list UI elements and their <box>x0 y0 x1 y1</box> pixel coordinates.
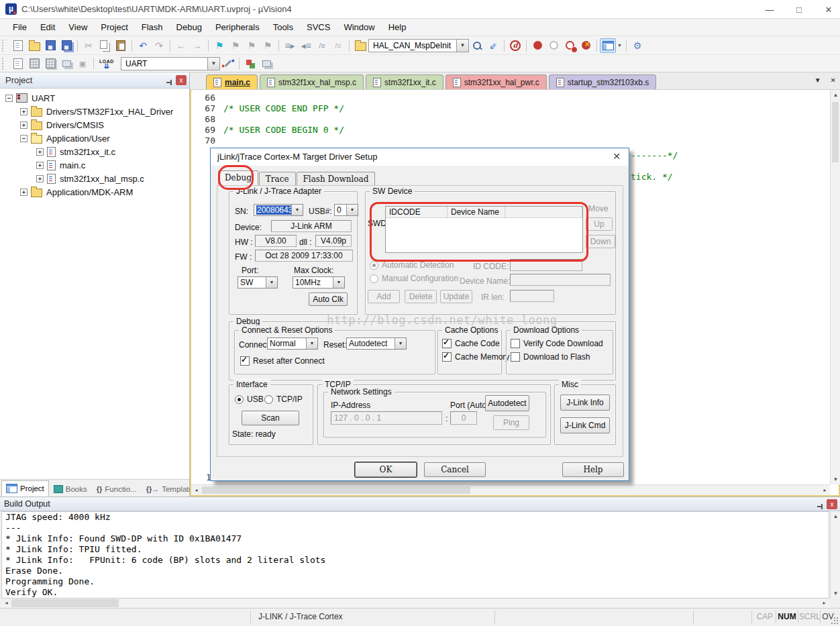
down-button[interactable]: Down <box>586 235 615 248</box>
tree-item-cmsis[interactable]: + Drivers/CMSIS <box>1 118 188 132</box>
automatic-detection-radio[interactable]: Automatic Detection <box>370 260 454 270</box>
port-combo[interactable]: SW ▼ <box>238 276 278 289</box>
tree-item-stm32f1xx-it[interactable]: + stm32f1xx_it.c <box>1 145 188 158</box>
menu-flash[interactable]: Flash <box>136 20 169 34</box>
translate-button[interactable] <box>10 56 26 71</box>
update-button[interactable]: Update <box>440 290 472 303</box>
usb-combo[interactable]: 0 ▼ <box>334 204 358 216</box>
cut-button[interactable]: ✂ <box>81 38 97 53</box>
empty-column-header[interactable] <box>505 207 582 218</box>
tree-item-hal-driver[interactable]: + Drivers/STM32F1xx_HAL_Driver <box>1 105 188 118</box>
scrollbar-thumb[interactable] <box>202 486 470 494</box>
toggle-bookmark-button[interactable]: ⚑ <box>211 38 227 53</box>
jlink-cmd-button[interactable]: J-Link Cmd <box>560 417 610 433</box>
connect-combo[interactable]: Normal ▼ <box>267 337 318 350</box>
menu-edit[interactable]: Edit <box>34 20 61 34</box>
tree-item-application-mdk-arm[interactable]: + Application/MDK-ARM <box>1 185 188 199</box>
verify-code-download-checkbox[interactable]: Verify Code Download <box>511 339 603 348</box>
pin-icon[interactable] <box>166 82 172 83</box>
sw-device-table[interactable]: IDCODE Device Name <box>385 206 583 253</box>
configure-find-button[interactable] <box>352 38 368 53</box>
reset-combo[interactable]: Autodetect ▼ <box>346 337 407 350</box>
save-button[interactable] <box>42 38 58 53</box>
scroll-up-icon[interactable]: ▲ <box>831 511 840 521</box>
pin-icon[interactable] <box>817 506 823 507</box>
tree-item-uart[interactable]: − UART <box>1 91 188 105</box>
build-output-log[interactable]: JTAG speed: 4000 kHz --- * JLink Info: F… <box>1 511 829 598</box>
menu-svcs[interactable]: SVCS <box>301 20 336 34</box>
expand-icon[interactable]: + <box>36 148 44 156</box>
jlink-info-button[interactable]: J-Link Info <box>560 395 610 411</box>
device-name-column-header[interactable]: Device Name <box>448 207 505 218</box>
window-layout-button[interactable] <box>600 38 616 53</box>
batch-build-button[interactable] <box>58 56 74 71</box>
build-horizontal-scrollbar[interactable]: ◂ ▸ <box>1 598 829 608</box>
download-button[interactable]: LOAD⇊ <box>97 56 117 71</box>
find-function-combo[interactable]: HAL_CAN_MspDeInit ▼ <box>368 39 469 52</box>
combo-dropdown-icon[interactable]: ▼ <box>346 205 358 215</box>
find-in-files-button[interactable] <box>469 38 485 53</box>
disable-breakpoint-button[interactable] <box>545 38 562 53</box>
manage-components-button[interactable] <box>242 56 258 71</box>
combo-dropdown-icon[interactable]: ▼ <box>456 40 468 52</box>
collapse-icon[interactable]: − <box>5 95 13 102</box>
rebuild-button[interactable] <box>42 56 58 71</box>
tab-books[interactable]: Books <box>49 482 92 497</box>
editor-vertical-scrollbar[interactable]: ▲ ▼ <box>830 90 840 484</box>
tree-item-application-user[interactable]: − Application/User <box>1 132 188 145</box>
menu-view[interactable]: View <box>62 20 93 34</box>
expand-icon[interactable]: + <box>36 175 44 182</box>
cache-code-checkbox[interactable]: Cache Code <box>442 339 500 348</box>
menu-debug[interactable]: Debug <box>170 20 208 34</box>
target-select-combo[interactable]: UART ▼ <box>121 57 220 70</box>
close-document-icon[interactable]: ✕ <box>831 76 836 84</box>
editor-tab-startup-stm32f103xb-s[interactable]: startup_stm32f103xb.s <box>549 74 656 89</box>
scroll-right-icon[interactable]: ▸ <box>819 598 829 608</box>
scroll-right-icon[interactable]: ▸ <box>820 485 830 495</box>
usb-radio[interactable]: USB <box>235 395 264 404</box>
stop-build-button[interactable]: ▣ <box>74 56 91 71</box>
options-for-target-button[interactable] <box>220 56 236 71</box>
maximize-button[interactable]: □ <box>793 5 805 15</box>
scan-button[interactable]: Scan <box>242 411 299 425</box>
up-button[interactable]: Up <box>586 217 613 231</box>
kill-all-breakpoints-button[interactable] <box>578 38 594 53</box>
tree-item-main-c[interactable]: + main.c <box>1 158 188 172</box>
navigate-back-button[interactable]: ← <box>173 38 189 53</box>
tab-project[interactable]: Project <box>1 480 49 497</box>
download-to-flash-checkbox[interactable]: Download to Flash <box>511 352 590 362</box>
manual-configuration-radio[interactable]: Manual Configuration <box>370 274 458 283</box>
file-extensions-button[interactable] <box>258 56 274 71</box>
combo-dropdown-icon[interactable]: ▼ <box>266 277 277 288</box>
dialog-tab-flash-download[interactable]: Flash Download <box>297 172 376 185</box>
scroll-down-icon[interactable]: ▼ <box>831 588 840 598</box>
delete-button[interactable]: Delete <box>405 290 437 303</box>
cancel-button[interactable]: Cancel <box>424 462 486 477</box>
menu-peripherals[interactable]: Peripherals <box>209 20 266 34</box>
menu-tools[interactable]: Tools <box>267 20 299 34</box>
editor-tab-stm32f1xx-hal-pwr-c[interactable]: stm32f1xx_hal_pwr.c <box>445 74 547 89</box>
scrollbar-thumb[interactable] <box>832 102 839 162</box>
editor-tab-stm32f1xx-it-c[interactable]: stm32f1xx_it.c <box>366 74 443 89</box>
unindent-button[interactable]: ◂≡ <box>298 38 314 53</box>
clear-bookmarks-button[interactable]: ⚑ <box>260 38 276 53</box>
menu-file[interactable]: File <box>7 20 33 34</box>
auto-clk-button[interactable]: Auto Clk <box>309 293 348 306</box>
build-vertical-scrollbar[interactable]: ▲ ▼ <box>830 511 840 598</box>
idcode-column-header[interactable]: IDCODE <box>386 207 448 218</box>
scroll-down-icon[interactable]: ▼ <box>831 474 840 484</box>
save-all-button[interactable] <box>58 38 74 53</box>
dialog-tab-trace[interactable]: Trace <box>259 172 296 185</box>
add-button[interactable]: Add <box>368 290 400 303</box>
expand-icon[interactable]: + <box>36 162 44 169</box>
expand-icon[interactable]: + <box>20 189 28 196</box>
find-button[interactable]: d <box>507 38 523 53</box>
tcpip-radio[interactable]: TCP/IP <box>264 395 303 404</box>
incremental-find-button[interactable]: ⇙ <box>485 38 501 53</box>
copy-button[interactable] <box>97 38 113 53</box>
configure-button[interactable]: ⚙ <box>629 38 645 53</box>
paste-button[interactable] <box>113 38 129 53</box>
cache-memory-checkbox[interactable]: Cache Memory <box>442 352 509 362</box>
port-input[interactable]: 0 <box>450 411 477 425</box>
navigate-forward-button[interactable]: → <box>189 38 205 53</box>
